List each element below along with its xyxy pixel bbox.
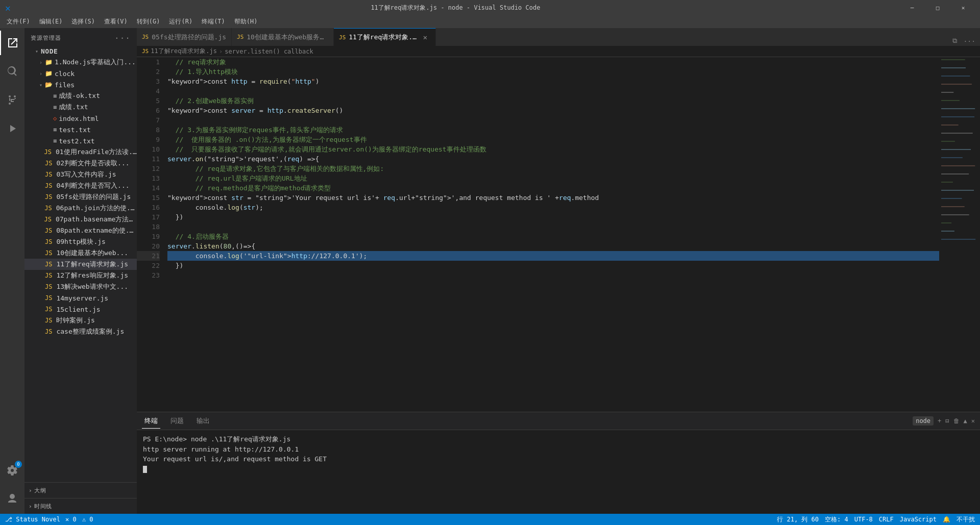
tree-item-label: 时钟案例.js (56, 316, 94, 325)
tree-item-file04[interactable]: JS 04判断文件是否写入... (24, 180, 137, 191)
tree-item-test2-txt[interactable]: ≡ test2.txt (24, 135, 137, 146)
tree-item-file08[interactable]: JS 08path.extname的使... (24, 225, 137, 236)
tree-item-file03[interactable]: JS 03写入文件内容.js (24, 169, 137, 180)
tree-item-nodejs-intro[interactable]: › 📁 1.Node.js零基础入门... (24, 57, 137, 68)
js-file-icon: JS (45, 328, 52, 335)
breadcrumb-file[interactable]: 11了解req请求对象.js (151, 47, 217, 56)
accounts-activity-icon[interactable] (0, 487, 24, 511)
errors-warnings-button[interactable]: ✕ 0 ⚠ 0 (65, 516, 93, 523)
tab-file05[interactable]: JS 05fs处理路径的问题.js (137, 28, 232, 46)
tree-item-file02[interactable]: JS 02判断文件是否读取... (24, 158, 137, 169)
tree-root-label: NODE (41, 47, 58, 55)
terminal-delete-button[interactable]: 🗑 (953, 417, 960, 424)
terminal-tab-problems[interactable]: 问题 (168, 414, 186, 428)
tree-item-label: 1.Node.js零基础入门... (55, 58, 136, 67)
terminal-add-button[interactable]: + (938, 417, 941, 424)
terminal-tab-terminal[interactable]: 终端 (142, 414, 160, 429)
terminal-maximize-button[interactable]: ▲ (964, 417, 967, 424)
tab-close-button[interactable]: ✕ (420, 32, 430, 42)
tree-item-clock[interactable]: › 📁 clock (24, 68, 137, 79)
menu-item[interactable]: 帮助(H) (230, 16, 262, 27)
tree-item-test-txt[interactable]: ≡ test.txt (24, 124, 137, 135)
terminal-close-button[interactable]: ✕ (971, 417, 975, 424)
tree-root-node[interactable]: ▾ NODE (24, 45, 137, 57)
error-count: 0 (72, 516, 76, 523)
status-bar: ⎇ Status Novel ✕ 0 ⚠ 0 行 21, 列 60 空格: 4 … (0, 514, 980, 525)
maximize-button[interactable]: □ (926, 0, 949, 15)
tree-item-label: 07path.basename方法... (56, 215, 137, 224)
js-file-icon: JS (45, 182, 52, 189)
more-tabs-button[interactable]: ··· (962, 36, 977, 46)
menu-item[interactable]: 运行(R) (165, 16, 197, 27)
tree-item-file09[interactable]: JS 09http模块.js (24, 236, 137, 247)
tab-file10[interactable]: JS 10创建最基本的web服务器.js (232, 28, 334, 46)
chevron-right-icon: › (37, 71, 45, 77)
minimize-button[interactable]: ─ (900, 0, 924, 15)
encoding[interactable]: UTF-8 (854, 516, 873, 523)
warning-icon: ⚠ (82, 516, 86, 523)
tree-item-file13[interactable]: JS 13解决web请求中文... (24, 281, 137, 292)
indentation[interactable]: 空格: 4 (825, 515, 848, 524)
tree-item-file01[interactable]: JS 01使用readFile方法读... (24, 146, 137, 158)
tree-item-index-html[interactable]: ◇ index.html (24, 113, 137, 124)
js-file-icon: JS (44, 216, 52, 223)
tree-item-chengjii-ok[interactable]: ≡ 成绩-ok.txt (24, 90, 137, 102)
code-content[interactable]: // req请求对象 // 1.导入http模块 "keyword">const… (162, 57, 939, 412)
activity-bar: 0 (0, 28, 24, 514)
tab-file11[interactable]: JS 11了解req请求对象.js ✕ (334, 28, 436, 46)
run-activity-icon[interactable] (0, 116, 24, 141)
code-line: // 只要服务器接收了客户端的请求,就会调用通过server.on()为服务器绑… (167, 144, 939, 154)
tree-item-file07[interactable]: JS 07path.basename方法... (24, 214, 137, 225)
settings-activity-icon[interactable]: 0 (0, 458, 24, 483)
tree-item-file12[interactable]: JS 12了解res响应对象.js (24, 270, 137, 281)
code-line (167, 270, 939, 280)
js-tab-icon: JS (142, 34, 149, 40)
tree-item-file05[interactable]: JS 05fs处理路径的问题.js (24, 191, 137, 203)
code-editor[interactable]: 1234567891011121314151617181920212223 //… (137, 57, 939, 412)
line-number: 9 (137, 135, 160, 144)
explorer-activity-icon[interactable] (0, 31, 24, 55)
line-number: 18 (137, 222, 160, 232)
tree-item-file14[interactable]: JS 14myserver.js (24, 292, 137, 304)
tree-item-label: 14myserver.js (56, 294, 108, 302)
git-branch-button[interactable]: ⎇ Status Novel (5, 516, 60, 523)
source-control-activity-icon[interactable] (0, 88, 24, 112)
tree-item-chengjii[interactable]: ≡ 成绩.txt (24, 102, 137, 113)
js-file-icon: JS (45, 272, 52, 279)
line-ending[interactable]: CRLF (879, 516, 894, 523)
search-activity-icon[interactable] (0, 59, 24, 84)
tree-item-case[interactable]: JS case整理成绩案例.js (24, 326, 137, 337)
tree-item-file11[interactable]: JS 11了解req请求对象.js (24, 259, 137, 270)
sidebar-header: 资源管理器 ··· (24, 28, 137, 45)
menu-item[interactable]: 查看(V) (100, 16, 132, 27)
split-editor-button[interactable]: ⧉ (950, 36, 959, 46)
tree-item-files[interactable]: ▾ 📂 files (24, 79, 137, 90)
txt-file-icon: ≡ (53, 126, 57, 133)
notification-bell[interactable]: 🔔 (943, 516, 950, 523)
terminal-split-button[interactable]: ⊟ (945, 417, 949, 424)
menu-item[interactable]: 终端(T) (198, 16, 229, 27)
menu-item[interactable]: 转到(G) (133, 16, 164, 27)
terminal-content: PS E:\node> node .\11了解req请求对象.js http s… (137, 430, 980, 514)
vscode-logo: ✕ (5, 3, 11, 13)
close-button[interactable]: ✕ (951, 0, 975, 15)
breadcrumb-symbol[interactable]: server.listen() callback (225, 48, 313, 55)
tree-item-file10[interactable]: JS 10创建最基本的web... (24, 247, 137, 259)
no-disturb[interactable]: 不干扰 (957, 515, 975, 524)
menu-item[interactable]: 文件(F) (3, 16, 34, 27)
timeline-toggle[interactable]: › 时间线 (24, 501, 137, 512)
menu-item[interactable]: 编辑(E) (35, 16, 67, 27)
terminal-line-3: Your request url is/,and request method … (143, 454, 974, 464)
language-mode[interactable]: JavaScript (900, 516, 937, 523)
tree-item-file15[interactable]: JS 15client.js (24, 304, 137, 315)
cursor-position[interactable]: 行 21, 列 60 (777, 515, 819, 524)
sidebar-more-button[interactable]: ··· (114, 33, 131, 43)
tree-item-file06[interactable]: JS 06path.join方法的使... (24, 203, 137, 214)
tree-item-shizhong[interactable]: JS 时钟案例.js (24, 315, 137, 326)
outline-toggle[interactable]: › 大纲 (24, 485, 137, 496)
terminal-tab-output[interactable]: 输出 (194, 414, 212, 428)
js-file-icon: JS (45, 193, 52, 201)
tree-item-label: 13解决web请求中文... (56, 282, 128, 291)
js-file-icon: JS (45, 171, 52, 178)
menu-item[interactable]: 选择(S) (67, 16, 99, 27)
